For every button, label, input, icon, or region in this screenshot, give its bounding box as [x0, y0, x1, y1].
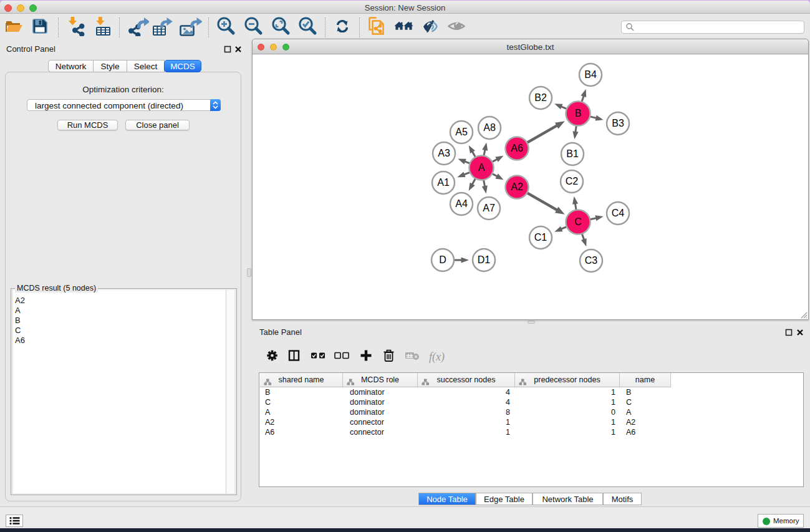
svg-text:D: D [439, 254, 446, 265]
svg-text:D1: D1 [478, 254, 491, 265]
svg-text:A6: A6 [511, 143, 523, 153]
svg-text:C2: C2 [566, 176, 579, 186]
svg-text:B: B [575, 108, 582, 118]
svg-text:A8: A8 [483, 122, 496, 133]
svg-text:A: A [478, 162, 485, 173]
svg-text:A1: A1 [437, 177, 450, 188]
svg-text:B2: B2 [534, 92, 547, 103]
svg-text:B3: B3 [612, 118, 624, 128]
svg-text:A5: A5 [455, 127, 468, 137]
svg-text:A2: A2 [511, 181, 523, 192]
svg-text:C: C [574, 216, 582, 227]
svg-text:B1: B1 [566, 148, 579, 159]
svg-text:A7: A7 [483, 203, 495, 213]
svg-text:A3: A3 [438, 148, 450, 158]
svg-text:C3: C3 [585, 255, 598, 266]
svg-text:C1: C1 [534, 232, 547, 243]
svg-text:C4: C4 [612, 208, 625, 218]
svg-text:A4: A4 [455, 198, 468, 209]
svg-text:B4: B4 [584, 69, 597, 80]
